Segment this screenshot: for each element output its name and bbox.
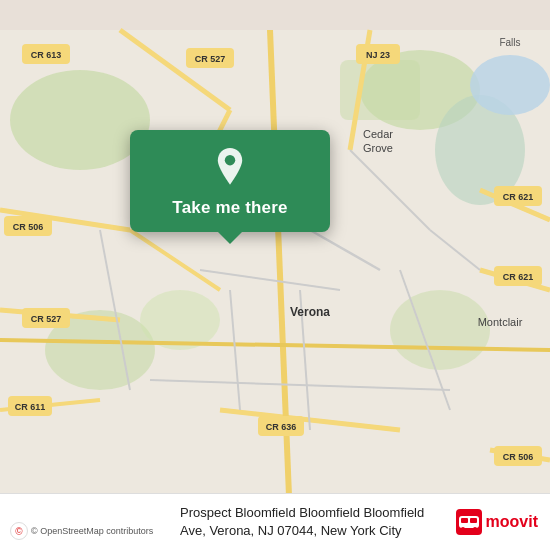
svg-rect-4 <box>340 60 420 120</box>
svg-text:CR 636: CR 636 <box>266 422 297 432</box>
svg-text:Falls: Falls <box>499 37 520 48</box>
moovit-bus-icon <box>456 509 482 535</box>
svg-point-1 <box>10 70 150 170</box>
svg-text:CR 527: CR 527 <box>195 54 226 64</box>
svg-text:Cedar: Cedar <box>363 128 393 140</box>
svg-point-7 <box>390 290 490 370</box>
moovit-text: moovit <box>486 513 538 531</box>
svg-text:CR 506: CR 506 <box>13 222 44 232</box>
svg-text:CR 621: CR 621 <box>503 272 534 282</box>
osm-icon: © <box>10 522 28 540</box>
svg-text:CR 613: CR 613 <box>31 50 62 60</box>
bottom-bar: © © OpenStreetMap contributors Prospect … <box>0 493 550 550</box>
svg-text:Montclair: Montclair <box>478 316 523 328</box>
svg-text:CR 611: CR 611 <box>15 402 46 412</box>
svg-point-8 <box>470 55 550 115</box>
svg-text:CR 506: CR 506 <box>503 452 534 462</box>
location-pin-icon <box>210 148 250 188</box>
svg-text:CR 527: CR 527 <box>31 314 62 324</box>
popup-card: Take me there <box>130 130 330 232</box>
svg-point-63 <box>473 527 477 531</box>
svg-text:Grove: Grove <box>363 142 393 154</box>
svg-rect-61 <box>470 518 477 523</box>
svg-text:CR 621: CR 621 <box>503 192 534 202</box>
svg-rect-60 <box>461 518 468 523</box>
svg-text:NJ 23: NJ 23 <box>366 50 390 60</box>
svg-point-62 <box>461 527 465 531</box>
osm-credit-text: © OpenStreetMap contributors <box>31 526 153 536</box>
osm-credit: © © OpenStreetMap contributors <box>10 522 153 540</box>
address-text: Prospect Bloomfield Bloomfield Bloomfiel… <box>180 504 446 540</box>
svg-text:Verona: Verona <box>290 305 330 319</box>
take-me-there-button[interactable]: Take me there <box>172 198 287 218</box>
svg-point-57 <box>225 155 235 165</box>
map-container: CR 613 CR 527 NJ 23 CR 506 CR 621 CR 621… <box>0 0 550 550</box>
map-background: CR 613 CR 527 NJ 23 CR 506 CR 621 CR 621… <box>0 0 550 550</box>
moovit-logo: moovit <box>456 509 538 535</box>
